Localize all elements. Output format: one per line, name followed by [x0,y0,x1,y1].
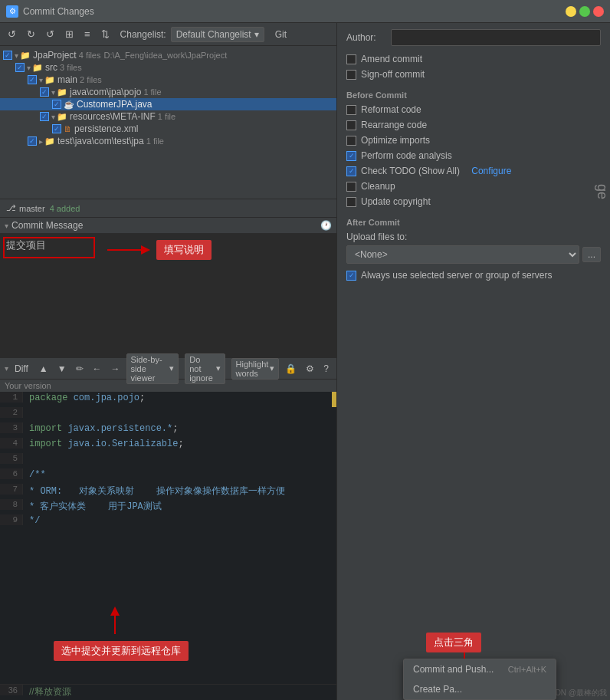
create-patch-label: Create Pa... [413,684,462,695]
rearrange-checkbox[interactable] [346,120,356,130]
commit-message-area: 提交项目 填写说明 [0,234,336,357]
app-icon: ⚙ [6,5,18,18]
cleanup-label: Cleanup [361,181,395,192]
amend-checkbox[interactable] [346,54,356,64]
author-input[interactable] [391,29,601,46]
commit-push-item[interactable]: Commit and Push... Ctrl+Alt+K [404,659,556,679]
todo-checkbox[interactable]: ✓ [346,166,356,176]
analyze-label: Perform code analysis [361,150,452,161]
after-commit-divider: After Commit [346,218,601,227]
author-label: Author: [346,32,385,43]
upload-more-btn[interactable]: ... [582,247,601,262]
branch-name: master [19,204,45,213]
clock-icon[interactable]: 🕐 [320,220,332,231]
check-test[interactable]: ✓ [28,136,37,146]
commit-message-header[interactable]: ▾ Commit Message 🕐 [0,218,336,234]
tree-row-main[interactable]: ✓ ▾ 📁 main 2 files [0,74,336,86]
code-line-6: 6 /** [0,468,336,484]
code-line-9: 9 */ [0,514,336,530]
tree-row-test[interactable]: ✓ ▸ 📁 test\java\com\test\jpa 1 file [0,135,336,147]
window-title: Commit Changes [23,6,94,17]
branch-icon: ⎇ [6,203,16,213]
before-commit-divider: Before Commit [346,90,601,100]
git-tab[interactable]: Git [275,29,287,40]
tree-row-src[interactable]: ✓ ▾ 📁 src 3 files [0,61,336,74]
check-jpaproject[interactable]: ✓ [3,51,12,60]
check-pojo[interactable]: ✓ [40,87,49,97]
create-patch-item[interactable]: Create Pa... [404,679,556,699]
branch-info: ⎇ master [6,203,45,213]
close-btn[interactable] [593,6,604,17]
reformat-checkbox[interactable] [346,105,356,115]
minimize-btn[interactable] [566,6,576,17]
copyright-row: Update copyright [346,196,601,207]
window-controls [566,6,604,17]
lock-icon[interactable]: 🔒 [282,362,300,376]
title-bar: ⚙ Commit Changes [0,0,610,23]
maximize-btn[interactable] [579,6,590,17]
added-count: 4 added [50,204,80,213]
left-panel: ↺ ↻ ↺ ⊞ ≡ ⇅ Changelist: Default Changeli… [0,23,337,700]
filter-btn[interactable]: ⇅ [98,27,113,41]
code-line-2: 2 [0,407,336,422]
diff-up-btn[interactable]: ▲ [36,362,51,376]
diff-section: ▾ Diff ▲ ▼ ✏ ← → Side-by-side viewer ▾ D… [0,357,336,700]
code-line-1: 1 package com.jpa.pojo; [0,392,336,407]
analyze-checkbox[interactable]: ✓ [346,151,356,161]
diff-edit-btn[interactable]: ✏ [73,362,87,376]
changelist-label: Changelist: [120,29,166,40]
status-bar: ⎇ master 4 added [0,199,336,218]
tree-row-customerjpa[interactable]: ✓ ☕ CustomerJPA.java [0,98,336,110]
commit-push-shortcut: Ctrl+Alt+K [508,665,546,674]
check-metainf[interactable]: ✓ [40,112,49,121]
changelist-dropdown[interactable]: Default Changelist ▾ [171,27,264,42]
optimize-checkbox[interactable] [346,136,356,146]
optimize-row: Optimize imports [346,135,601,146]
diff-expand-icon: ▾ [5,364,8,373]
highlight-dropdown[interactable]: Highlight words ▾ [231,358,280,380]
viewer-label: Side-by-side viewer [131,355,169,383]
rearrange-label: Rearrange code [361,120,427,130]
diff-back-btn[interactable]: ← [90,362,105,376]
check-customerjpa[interactable]: ✓ [52,100,61,109]
cleanup-row: Cleanup [346,181,601,192]
author-row: Author: [346,29,601,46]
configure-link[interactable]: Configure [471,166,511,176]
section-title: Commit Message [11,220,83,231]
code-area[interactable]: 1 package com.jpa.pojo; 2 3 import javax… [0,392,336,684]
upload-dropdown[interactable]: <None> [346,245,579,264]
analyze-row: ✓ Perform code analysis [346,150,601,161]
redo-btn[interactable]: ↻ [24,27,38,41]
tree-row-persistence[interactable]: ✓ 🗎 persistence.xml [0,123,336,135]
diff-fwd-btn[interactable]: → [108,362,123,376]
commit-message-section: ▾ Commit Message 🕐 提交项目 [0,218,336,357]
todo-row: ✓ Check TODO (Show All) Configure [346,166,601,176]
check-src[interactable]: ✓ [15,63,25,72]
copyright-checkbox[interactable] [346,197,356,207]
sort-btn[interactable]: ≡ [81,27,93,41]
check-main[interactable]: ✓ [28,75,37,84]
code-line-36: 36 //释放资源 [0,684,336,700]
always-use-row: ✓ Always use selected server or group of… [346,270,601,281]
always-use-checkbox[interactable]: ✓ [346,271,356,281]
rearrange-row: Rearrange code [346,120,601,130]
main-container: ↺ ↻ ↺ ⊞ ≡ ⇅ Changelist: Default Changeli… [0,23,610,700]
tree-row-metainf[interactable]: ✓ ▾ 📁 resources\META-INF 1 file [0,110,336,123]
diff-down-btn[interactable]: ▼ [54,362,70,376]
side-text: ge [594,184,610,199]
file-tree: ✓ ▾ 📁 JpaProject 4 files D:\A_Feng\idea_… [0,46,336,199]
tree-row-jpaproject[interactable]: ✓ ▾ 📁 JpaProject 4 files D:\A_Feng\idea_… [0,49,336,61]
group-btn[interactable]: ⊞ [62,27,77,41]
tree-row-pojo[interactable]: ✓ ▾ 📁 java\com\jpa\pojo 1 file [0,86,336,98]
signoff-checkbox[interactable] [346,70,356,80]
help-diff-icon[interactable]: ? [320,362,332,376]
cleanup-checkbox[interactable] [346,182,356,192]
check-persistence[interactable]: ✓ [52,124,61,133]
refresh-btn[interactable]: ↺ [43,27,57,41]
undo-btn[interactable]: ↺ [5,27,19,41]
code-line-4: 4 import java.io.Serializable; [0,438,336,453]
settings-icon[interactable]: ⚙ [303,362,317,376]
upload-files-label: Upload files to: [346,232,601,242]
commit-textarea[interactable]: 提交项目 [0,234,336,356]
diff-header: ▾ Diff ▲ ▼ ✏ ← → Side-by-side viewer ▾ D… [0,358,336,380]
